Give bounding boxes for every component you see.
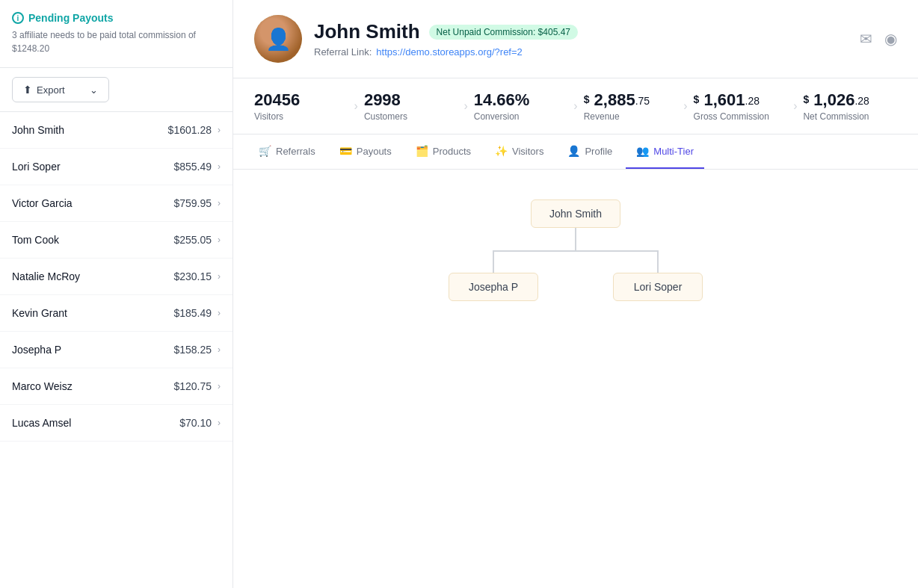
chevron-right-icon: › — [218, 344, 221, 355]
tabs-row: 🛒 Referrals 💳 Payouts 🗂️ Products ✨ Visi… — [233, 134, 918, 170]
stat-label: Customers — [364, 111, 458, 122]
tab-icon-referrals: 🛒 — [259, 145, 271, 157]
stat-item: 14.66% Conversion — [474, 90, 568, 122]
affiliate-item[interactable]: Natalie McRoy $230.15 › — [0, 259, 232, 295]
tab-label-payouts: Payouts — [357, 146, 392, 157]
tab-multitier[interactable]: 👥 Multi-Tier — [626, 134, 704, 169]
stat-label: Gross Commission — [694, 111, 788, 122]
affiliate-item[interactable]: Tom Cook $255.05 › — [0, 222, 232, 259]
affiliate-item[interactable]: John Smith $1601.28 › — [0, 112, 232, 149]
affiliate-right: $70.10 › — [179, 417, 221, 429]
affiliate-name: Kevin Grant — [12, 307, 67, 319]
user-icon[interactable]: ◉ — [884, 30, 897, 48]
stat-value: $ 1,026.28 — [803, 90, 897, 110]
chevron-right-icon: › — [218, 381, 221, 392]
stat-arrow-icon: › — [354, 99, 358, 113]
stat-label: Visitors — [254, 111, 348, 122]
affiliate-name: Tom Cook — [12, 234, 59, 246]
affiliate-item[interactable]: Josepha P $158.25 › — [0, 332, 232, 368]
stat-arrow-icon: › — [573, 99, 577, 113]
tab-label-visitors: Visitors — [512, 146, 543, 157]
export-label: Export — [37, 84, 65, 96]
affiliate-amount: $185.49 — [173, 307, 212, 319]
stat-value: 2998 — [364, 90, 458, 110]
tree-node-josepha: Josepha P — [449, 273, 538, 301]
tab-icon-profile: 👤 — [567, 145, 580, 157]
tree-connector-root — [575, 228, 576, 250]
multitier-tree: John Smith Josepha P Lori Soper — [233, 170, 918, 331]
referral-row: Referral Link: https://demo.storeapps.or… — [314, 46, 578, 58]
affiliate-right: $185.49 › — [173, 307, 221, 319]
stat-value: 20456 — [254, 90, 348, 110]
chevron-right-icon: › — [218, 198, 221, 208]
stat-label: Conversion — [474, 111, 568, 122]
affiliate-amount: $759.95 — [173, 197, 212, 209]
pending-description: 3 affiliate needs to be paid total commi… — [12, 28, 221, 55]
affiliate-amount: $158.25 — [173, 344, 212, 356]
export-icon: ⬆ — [23, 84, 32, 96]
affiliate-name: Marco Weisz — [12, 380, 73, 392]
affiliate-right: $855.49 › — [173, 161, 221, 173]
stat-value: $ 1,601.28 — [694, 90, 788, 110]
affiliate-name: Victor Garcia — [12, 197, 73, 209]
tab-visitors[interactable]: ✨ Visitors — [484, 134, 554, 169]
affiliate-right: $230.15 › — [173, 270, 221, 282]
affiliate-amount: $230.15 — [173, 270, 212, 282]
affiliate-item[interactable]: Lucas Amsel $70.10 › — [0, 405, 232, 442]
chevron-right-icon: › — [218, 418, 221, 428]
affiliate-right: $255.05 › — [173, 234, 221, 246]
affiliate-item[interactable]: Marco Weisz $120.75 › — [0, 368, 232, 405]
pending-banner: i Pending Payouts 3 affiliate needs to b… — [0, 0, 232, 68]
alert-icon: i — [12, 12, 24, 24]
referral-label: Referral Link: — [314, 46, 372, 58]
chevron-right-icon: › — [218, 271, 221, 282]
referral-link[interactable]: https://demo.storeapps.org/?ref=2 — [376, 46, 522, 58]
affiliate-amount: $255.05 — [173, 234, 212, 246]
stat-item: 2998 Customers — [364, 90, 458, 122]
stat-label: Net Commission — [803, 111, 897, 122]
stat-value: 14.66% — [474, 90, 568, 110]
stat-label: Revenue — [584, 111, 678, 122]
tab-icon-visitors: ✨ — [495, 145, 508, 157]
affiliate-item[interactable]: Kevin Grant $185.49 › — [0, 295, 232, 332]
tab-products[interactable]: 🗂️ Products — [405, 134, 481, 169]
tree-child-left: Josepha P — [449, 250, 538, 301]
stat-item: $ 1,026.28 Net Commission — [803, 90, 897, 122]
affiliate-right: $1601.28 › — [168, 124, 221, 136]
affiliate-right: $759.95 › — [173, 197, 221, 209]
affiliate-right: $158.25 › — [173, 344, 221, 356]
tab-profile[interactable]: 👤 Profile — [557, 134, 623, 169]
tab-payouts[interactable]: 💳 Payouts — [329, 134, 402, 169]
mail-icon[interactable]: ✉ — [860, 30, 872, 48]
avatar: 👤 — [254, 15, 302, 63]
affiliate-amount: $1601.28 — [168, 124, 212, 136]
chevron-down-icon: ⌄ — [90, 84, 98, 96]
tree-connector-left — [493, 250, 494, 273]
profile-info: John Smith Net Unpaid Commission: $405.4… — [314, 20, 578, 58]
stat-arrow-icon: › — [463, 99, 467, 113]
stat-arrow-icon: › — [793, 99, 797, 113]
affiliate-name: Natalie McRoy — [12, 270, 80, 282]
profile-name: John Smith — [314, 20, 420, 43]
avatar-image: 👤 — [254, 15, 302, 63]
affiliate-name: Lori Soper — [12, 161, 61, 173]
tree-connector-right — [657, 250, 659, 273]
tab-label-profile: Profile — [585, 146, 612, 157]
commission-badge: Net Unpaid Commission: $405.47 — [429, 25, 578, 40]
affiliate-item[interactable]: Lori Soper $855.49 › — [0, 149, 232, 185]
tree-container: John Smith Josepha P Lori Soper — [449, 199, 703, 301]
affiliate-name: Josepha P — [12, 344, 61, 356]
tab-label-multitier: Multi-Tier — [653, 146, 694, 157]
affiliate-item[interactable]: Victor Garcia $759.95 › — [0, 185, 232, 222]
export-section: ⬆ Export ⌄ — [0, 68, 232, 112]
affiliate-name: Lucas Amsel — [12, 417, 71, 429]
export-button[interactable]: ⬆ Export ⌄ — [12, 77, 109, 102]
affiliate-amount: $70.10 — [179, 417, 212, 429]
tab-icon-products: 🗂️ — [416, 145, 428, 157]
sidebar: i Pending Payouts 3 affiliate needs to b… — [0, 0, 233, 588]
tab-referrals[interactable]: 🛒 Referrals — [248, 134, 326, 169]
chevron-right-icon: › — [218, 125, 221, 135]
profile-actions: ✉ ◉ — [860, 30, 897, 48]
tree-root: John Smith — [531, 199, 620, 228]
stat-item: $ 2,885.75 Revenue — [584, 90, 678, 122]
